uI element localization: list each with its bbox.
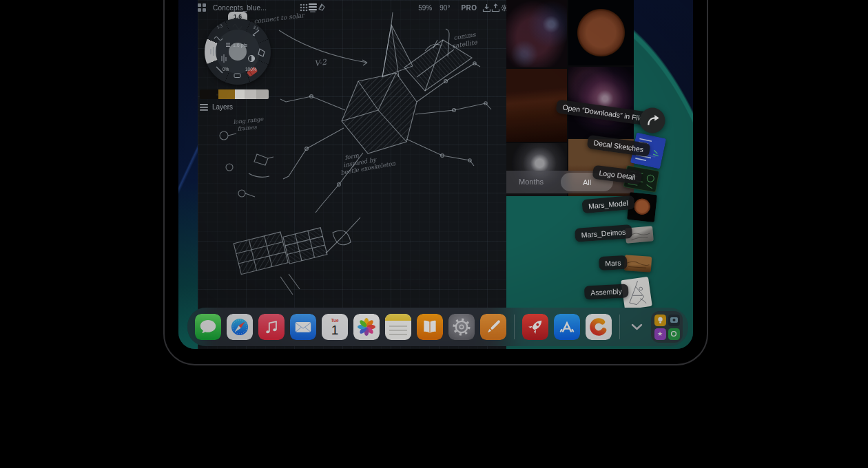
four-square-grid-icon	[198, 3, 206, 12]
svg-text:1.6 pts: 1.6 pts	[233, 43, 248, 48]
drop-redirect-badge	[640, 108, 665, 134]
ipad-screen: connect to solar comms satellite V-2 lon…	[178, 0, 693, 349]
app-library-mini-camera	[668, 315, 680, 326]
marker-tool-icon	[253, 30, 259, 36]
photo-horsehead-nebula[interactable]	[506, 0, 567, 67]
color-swatch-gray[interactable]	[256, 89, 269, 99]
airbrush-tool-icon	[211, 47, 216, 56]
dock-app-messages[interactable]	[195, 314, 221, 340]
svg-text:long range: long range	[233, 116, 265, 125]
pro-badge[interactable]: PRO	[461, 4, 477, 12]
calendar-weekday: Tue	[331, 318, 338, 323]
app-library-mini-star: ★	[654, 328, 666, 340]
layers-button[interactable]: Layers	[200, 103, 233, 111]
soft-pencil-tool-icon	[214, 37, 223, 41]
nib-tool-icon	[258, 49, 265, 56]
drag-item-assembly[interactable]: Assembly	[584, 284, 628, 299]
svg-text:1.3: 1.3	[216, 23, 224, 30]
dock-app-library[interactable]: ★	[651, 311, 683, 343]
svg-text:0%: 0%	[223, 67, 229, 72]
pen-nib-icon	[318, 3, 326, 12]
layers-panel-button[interactable]	[308, 0, 318, 15]
dock-app-music[interactable]	[258, 314, 285, 340]
import-icon	[482, 3, 491, 12]
svg-text:frames: frames	[237, 124, 258, 132]
dock-app-safari[interactable]	[227, 314, 253, 340]
svg-text:V-2: V-2	[314, 58, 328, 68]
workspace-grid-button[interactable]	[198, 0, 206, 15]
calendar-day: 1	[331, 323, 339, 337]
color-swatch-white[interactable]	[235, 89, 245, 99]
pencil-tool-icon	[233, 25, 242, 30]
layers-menu-icon	[200, 104, 208, 111]
pen-tool-button[interactable]	[318, 0, 326, 15]
rotation-angle[interactable]: 90°	[440, 4, 450, 12]
forward-arrow-icon	[645, 113, 660, 128]
dock-app-mail[interactable]	[290, 314, 316, 340]
dock-app-notes[interactable]	[385, 314, 411, 340]
wallpaper-left-strip	[178, 0, 198, 349]
objects-grid-button[interactable]	[300, 0, 308, 15]
pen-tool-wheel-icon	[216, 67, 223, 73]
drag-item-mars[interactable]: Mars	[599, 255, 628, 270]
nine-dot-grid-icon	[300, 3, 308, 12]
layers-label: Layers	[212, 103, 233, 111]
dock-app-settings[interactable]	[448, 314, 475, 340]
color-swatch-black[interactable]	[200, 89, 218, 99]
dock-chevron-button[interactable]	[628, 314, 645, 340]
export-button[interactable]	[491, 0, 500, 15]
app-library-mini-tips	[654, 315, 666, 326]
dock-separator-recent	[619, 315, 620, 339]
palette-selection-dot	[216, 94, 218, 96]
color-palette-strip[interactable]	[200, 89, 269, 99]
dock-app-sketch-pen[interactable]	[480, 314, 506, 340]
dock-app-photos[interactable]	[353, 314, 380, 340]
stroke-menu-icon	[226, 43, 230, 46]
share-export-icon	[491, 3, 500, 12]
dock-app-books[interactable]	[417, 314, 443, 340]
stacked-lines-icon	[308, 3, 318, 12]
eraser-tool-icon	[234, 74, 240, 78]
smoothing-icon	[222, 54, 226, 63]
color-swatch-gold[interactable]	[218, 89, 235, 99]
color-swatch-lightgray[interactable]	[245, 89, 256, 99]
import-button[interactable]	[482, 0, 491, 15]
chevron-down-icon	[631, 323, 643, 330]
tool-wheel-glyphs: 1.3 3.5 1.6 pts 0% 100%	[205, 19, 271, 85]
zoom-level[interactable]: 59%	[418, 4, 432, 12]
dock-app-rocket[interactable]	[522, 314, 548, 340]
svg-text:100%: 100%	[245, 67, 257, 72]
dock-separator	[514, 315, 515, 339]
app-library-mini-timer	[668, 328, 680, 340]
dock-app-appstore[interactable]	[554, 314, 580, 340]
tool-wheel[interactable]: 1.6 1.3 3.5 1.6 pts 0% 100%	[205, 19, 271, 85]
notes-yellow-band	[385, 314, 411, 321]
photos-app-pane	[506, 0, 634, 196]
photo-mars-globe[interactable]	[568, 0, 634, 65]
tab-months[interactable]: Months	[519, 171, 544, 193]
dock-app-concepts[interactable]	[586, 314, 612, 340]
thumbnail-mars[interactable]	[624, 255, 652, 273]
dock-app-calendar[interactable]: Tue 1	[322, 314, 348, 340]
document-title: Concepts_blue...	[213, 4, 267, 12]
dock: Tue 1	[187, 308, 688, 346]
